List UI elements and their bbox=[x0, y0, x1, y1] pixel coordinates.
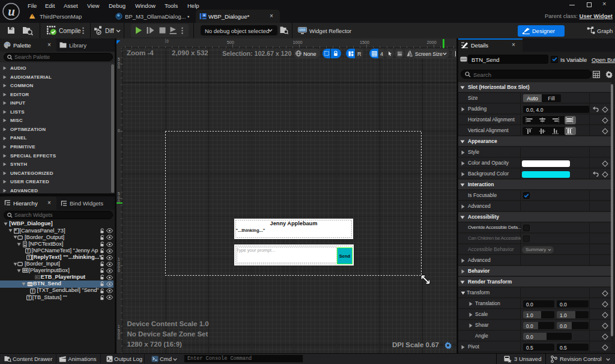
svg-text:T: T bbox=[28, 296, 30, 300]
svg-text:T: T bbox=[31, 289, 34, 293]
svg-text:u: u bbox=[8, 4, 15, 19]
svg-text:T: T bbox=[27, 249, 29, 253]
svg-text:T: T bbox=[28, 255, 30, 259]
